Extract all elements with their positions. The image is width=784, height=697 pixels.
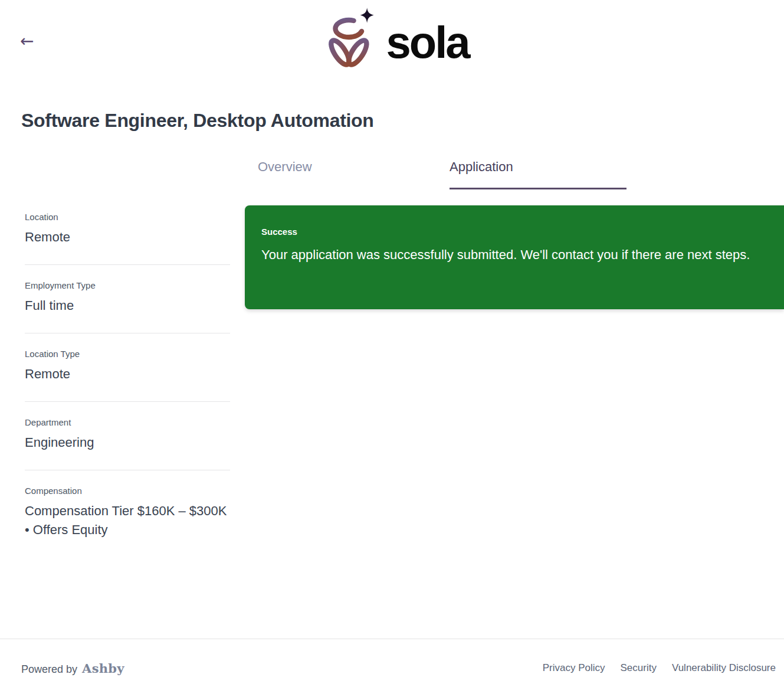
brand-wordmark: sola — [386, 20, 468, 65]
security-link[interactable]: Security — [621, 662, 657, 674]
sidebar-section-location: Location Remote — [25, 197, 230, 265]
tab-application[interactable]: Application — [450, 159, 626, 189]
sidebar-value: Compensation Tier $160K – $300K • Offers… — [25, 502, 230, 539]
tab-overview[interactable]: Overview — [258, 159, 435, 189]
sidebar-value: Engineering — [25, 433, 230, 452]
sidebar-value: Full time — [25, 296, 230, 315]
sola-flower-icon — [324, 7, 376, 72]
sidebar-label: Employment Type — [25, 280, 230, 292]
footer-links: Privacy Policy Security Vulnerability Di… — [543, 662, 776, 674]
job-details-sidebar: Location Remote Employment Type Full tim… — [25, 197, 230, 557]
success-banner-message: Your application was successfully submit… — [261, 244, 767, 265]
sidebar-label: Compensation — [25, 485, 230, 497]
sidebar-label: Location — [25, 211, 230, 223]
sidebar-section-department: Department Engineering — [25, 402, 230, 470]
sidebar-value: Remote — [25, 228, 230, 247]
ashby-logo-link[interactable]: Ashby — [82, 661, 124, 676]
sidebar-label: Location Type — [25, 348, 230, 360]
success-banner: Success Your application was successfull… — [245, 205, 784, 309]
privacy-policy-link[interactable]: Privacy Policy — [543, 662, 605, 674]
powered-by-label: Powered by — [21, 663, 77, 676]
sidebar-label: Department — [25, 417, 230, 428]
brand-logo: sola — [5, 7, 784, 72]
tab-bar: Overview Application — [258, 159, 626, 189]
sidebar-section-location-type: Location Type Remote — [25, 333, 230, 402]
sidebar-section-employment-type: Employment Type Full time — [25, 265, 230, 333]
powered-by: Powered by Ashby — [21, 661, 124, 676]
sparkle-icon — [360, 8, 374, 23]
footer: Powered by Ashby Privacy Policy Security… — [0, 639, 784, 697]
sidebar-value: Remote — [25, 365, 230, 384]
page-title: Software Engineer, Desktop Automation — [21, 110, 374, 132]
success-banner-title: Success — [261, 227, 767, 237]
vulnerability-disclosure-link[interactable]: Vulnerability Disclosure — [672, 662, 776, 674]
sidebar-section-compensation: Compensation Compensation Tier $160K – $… — [25, 470, 230, 557]
